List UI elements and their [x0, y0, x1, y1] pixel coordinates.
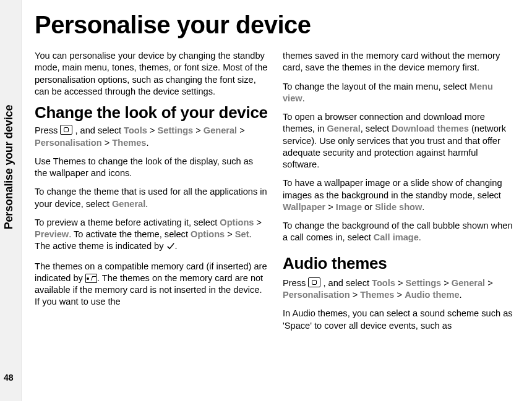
sep: >: [394, 290, 405, 300]
sep: >: [102, 138, 113, 148]
sep: >: [237, 125, 245, 135]
path-personalisation: Personalisation: [35, 138, 102, 148]
and-select-label: , and select: [320, 278, 372, 288]
intro-paragraph: You can personalise your device by chang…: [35, 50, 268, 98]
sep: >: [350, 290, 361, 300]
text: To preview a theme before activating it,…: [35, 217, 220, 227]
sep: >: [254, 217, 262, 227]
checkmark-icon: [166, 242, 175, 253]
text: or: [362, 202, 375, 212]
wallpaper-paragraph: To have a wallpaper image or a slide sho…: [283, 177, 516, 213]
period: .: [460, 290, 462, 300]
option-wallpaper: Wallpaper: [283, 202, 325, 212]
period: .: [302, 93, 305, 103]
option-call-image: Call image: [374, 232, 419, 242]
path-personalisation: Personalisation: [283, 290, 350, 300]
option-options: Options: [220, 217, 254, 227]
home-key-icon: [308, 277, 320, 287]
path-audio-theme: Audio theme: [405, 290, 459, 300]
period: .: [419, 232, 421, 242]
path-general: General: [204, 125, 237, 135]
sep: >: [225, 229, 235, 239]
right-column: themes saved in the memory card without …: [283, 50, 516, 339]
path-settings: Settings: [406, 278, 442, 288]
call-image-paragraph: To change the background of the call bub…: [283, 220, 516, 244]
sep: >: [193, 125, 204, 135]
option-options-2: Options: [191, 229, 225, 239]
download-themes-paragraph: To open a browser connection and downloa…: [283, 111, 516, 171]
menu-view-paragraph: To change the layout of the main menu, s…: [283, 81, 516, 105]
path-general: General: [452, 278, 485, 288]
text: . To activate the theme, select: [69, 229, 191, 239]
option-general: General: [327, 124, 360, 133]
press-label: Press: [283, 278, 308, 288]
left-column: You can personalise your device by chang…: [35, 50, 268, 339]
text: , select: [361, 124, 392, 133]
sep: >: [325, 202, 336, 212]
option-preview: Preview: [35, 229, 69, 239]
themes-saved-paragraph: themes saved in the memory card without …: [283, 50, 516, 74]
text: To change the theme that is used for all…: [35, 187, 267, 208]
preview-theme-paragraph: To preview a theme before activating it,…: [35, 217, 268, 254]
page-content: Personalise your device You can personal…: [0, 0, 532, 401]
audio-nav-path-paragraph: Press , and select Tools > Settings > Ge…: [283, 277, 516, 302]
period: .: [422, 202, 424, 212]
path-tools: Tools: [124, 125, 147, 135]
text: To have a wallpaper image or a slide sho…: [283, 178, 502, 200]
option-image: Image: [336, 202, 362, 212]
period: .: [145, 199, 148, 209]
section-heading-change-look: Change the look of your device: [35, 104, 268, 121]
period: .: [146, 138, 148, 148]
option-general: General: [112, 199, 145, 209]
and-select-label: , and select: [72, 125, 124, 135]
sep: >: [441, 278, 452, 288]
path-tools: Tools: [372, 278, 395, 288]
memory-card-paragraph: The themes on a compatible memory card (…: [35, 261, 268, 308]
audio-themes-body: In Audio themes, you can select a sound …: [283, 308, 516, 332]
text: To change the layout of the main menu, s…: [283, 82, 470, 91]
home-key-icon: [60, 125, 72, 135]
press-label: Press: [35, 125, 60, 135]
path-themes: Themes: [360, 290, 394, 300]
sep: >: [147, 125, 158, 135]
section-heading-audio-themes: Audio themes: [283, 253, 516, 274]
path-themes: Themes: [112, 138, 146, 148]
sep: >: [485, 278, 493, 288]
period: .: [175, 241, 178, 251]
use-themes-paragraph: Use Themes to change the look of the dis…: [35, 156, 268, 180]
nav-path-paragraph: Press , and select Tools > Settings > Ge…: [35, 125, 268, 149]
page-title: Personalise your device: [35, 11, 516, 39]
change-theme-paragraph: To change the theme that is used for all…: [35, 186, 268, 210]
path-settings: Settings: [158, 125, 194, 135]
two-column-layout: You can personalise your device by chang…: [35, 50, 516, 339]
option-slide-show: Slide show: [375, 202, 422, 212]
option-set: Set: [235, 229, 249, 239]
option-download-themes: Download themes: [392, 124, 469, 133]
memory-card-icon: [85, 274, 97, 283]
sep: >: [395, 278, 406, 288]
